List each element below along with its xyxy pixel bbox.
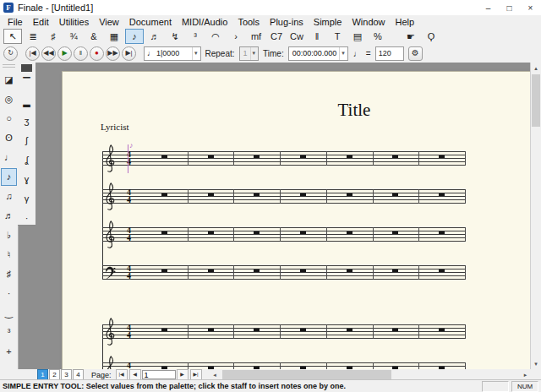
hscrollbar-thumb[interactable] — [222, 370, 391, 379]
playback-settings-button[interactable]: ↻ — [3, 46, 18, 61]
half-note[interactable]: ʘ — [1, 129, 17, 147]
rest-dot[interactable]: · — [19, 210, 35, 227]
hand-grabber-tool[interactable]: ☛ — [402, 29, 420, 44]
staff[interactable]: 44 — [102, 324, 466, 339]
menu-view[interactable]: View — [94, 17, 124, 27]
measure-tool[interactable]: ▦ — [105, 29, 123, 44]
lyrics-tool[interactable]: Cw — [287, 29, 306, 44]
resize-tool[interactable]: % — [369, 29, 387, 44]
barline — [233, 227, 234, 242]
menu-tools[interactable]: Tools — [232, 17, 265, 27]
staff[interactable]: 44 — [102, 265, 466, 280]
menu-window[interactable]: Window — [347, 17, 390, 27]
zoom-tool[interactable]: Ϙ — [422, 29, 440, 44]
palette-drag-handle[interactable] — [3, 64, 15, 69]
natural[interactable]: ♮ — [1, 246, 17, 264]
scroll-up-button[interactable]: ▴ — [531, 63, 541, 74]
text-tool[interactable]: T — [328, 29, 347, 44]
tempo-input[interactable] — [377, 49, 402, 57]
whole-rest — [208, 329, 214, 331]
time-signature-tool[interactable]: ¾ — [64, 29, 83, 44]
menu-midiaudio[interactable]: MIDI/Audio — [177, 17, 232, 27]
repeat-tool[interactable]: ‖ — [308, 29, 326, 44]
minimize-button[interactable]: – — [478, 0, 499, 15]
scroll-down-button[interactable]: ▾ — [531, 358, 541, 369]
tuplet-tool[interactable]: ³ — [186, 29, 205, 44]
vscrollbar-thumb[interactable] — [532, 74, 540, 127]
eighth-note[interactable]: ♪ — [1, 168, 17, 186]
score-viewport[interactable]: Title Lyricist 444444444444 ♪ — [36, 63, 531, 369]
speedy-entry-tool[interactable]: ♬ — [145, 29, 164, 44]
menu-plugins[interactable]: Plug-ins — [265, 17, 309, 27]
staff[interactable]: 44 — [102, 362, 466, 369]
page-input[interactable] — [142, 370, 176, 379]
repeat-value: 1 — [241, 49, 250, 57]
barline — [373, 362, 374, 369]
eighth-rest[interactable]: ʃ — [19, 132, 35, 150]
pitch-up[interactable]: + — [1, 343, 17, 361]
chord-tool[interactable]: C7 — [267, 29, 286, 44]
tuplet[interactable]: ³ — [1, 324, 17, 341]
maximize-button[interactable]: □ — [499, 0, 520, 15]
tempo-field[interactable] — [375, 46, 404, 61]
staff[interactable]: 44 — [102, 227, 466, 242]
whole-note[interactable]: ○ — [1, 110, 17, 128]
quarter-note[interactable]: ♩ — [1, 149, 17, 166]
menu-simple[interactable]: Simple — [309, 17, 347, 27]
go-to-start-button[interactable]: |◀ — [25, 46, 40, 61]
selection-tool[interactable]: ↖ — [3, 29, 22, 44]
whole-rest — [300, 329, 306, 331]
flat[interactable]: ♭ — [1, 226, 17, 244]
menu-help[interactable]: Help — [391, 17, 420, 27]
simple-entry-tool[interactable]: ♪ — [125, 29, 144, 44]
time-signature: 44 — [124, 265, 134, 280]
score-page[interactable]: Title Lyricist 444444444444 ♪ — [62, 71, 531, 369]
pause-button[interactable]: ‖ — [74, 46, 88, 61]
augmentation-dot[interactable]: · — [1, 285, 17, 302]
sharp[interactable]: ♯ — [1, 265, 17, 283]
counter-input[interactable] — [155, 49, 192, 57]
time-field[interactable]: 00:00:00.000 ▾ — [288, 46, 348, 61]
scroll-left-button[interactable]: ◂ — [210, 372, 221, 378]
menu-file[interactable]: File — [3, 17, 28, 27]
whole-rest — [347, 329, 352, 331]
playback-counter-field[interactable]: ♩ ▾ — [144, 46, 201, 61]
page-layout-tool[interactable]: ▤ — [348, 29, 367, 44]
eraser-tool[interactable]: ◪ — [1, 71, 17, 89]
smart-shape-tool[interactable]: ◠ — [206, 29, 225, 44]
sixteenth-note[interactable]: ♫ — [1, 188, 17, 205]
staff[interactable]: 44 — [102, 189, 466, 204]
vertical-scrollbar[interactable]: ▴ ▾ — [530, 63, 541, 369]
half-rest[interactable]: ▂ — [19, 93, 35, 111]
menu-document[interactable]: Document — [124, 17, 177, 27]
chevron-down-icon[interactable]: ▾ — [339, 47, 347, 60]
sixtyfourth-rest[interactable]: γ — [19, 190, 35, 208]
settings-gear-button[interactable]: ⚙ — [408, 46, 423, 61]
quarter-rest[interactable]: ʒ — [19, 112, 35, 130]
forward-button[interactable]: ▶▶ — [106, 46, 120, 61]
staff[interactable]: 44 — [102, 151, 466, 166]
scroll-right-button[interactable]: ▸ — [520, 372, 531, 378]
menu-edit[interactable]: Edit — [28, 17, 54, 27]
hyperscribe-tool[interactable]: ↯ — [166, 29, 184, 44]
spinner-icon[interactable]: ▾ — [192, 47, 199, 60]
palette-drag-handle[interactable] — [21, 64, 32, 72]
thirtysecond-rest[interactable]: ɣ — [19, 171, 35, 188]
clef-tool[interactable]: & — [85, 29, 103, 44]
whole-rest[interactable]: ▔ — [19, 74, 35, 91]
close-button[interactable]: × — [520, 0, 541, 15]
double-whole-note[interactable]: ◎ — [1, 90, 17, 108]
rewind-button[interactable]: ◀◀ — [41, 46, 56, 61]
staff-tool[interactable]: ≣ — [24, 29, 42, 44]
expression-tool[interactable]: mf — [247, 29, 265, 44]
tie[interactable]: ‿ — [1, 304, 17, 322]
key-signature-tool[interactable]: ♯ — [44, 29, 63, 44]
record-button[interactable]: ● — [90, 46, 104, 61]
repeat-select[interactable]: 1 ▾ — [239, 46, 260, 61]
menu-utilities[interactable]: Utilities — [54, 17, 94, 27]
play-button[interactable]: ▶ — [57, 46, 72, 61]
sixteenth-rest[interactable]: ʆ — [19, 151, 35, 169]
go-to-end-button[interactable]: ▶| — [122, 46, 136, 61]
articulation-tool[interactable]: › — [227, 29, 245, 44]
thirtysecond-note[interactable]: ♬ — [1, 207, 17, 225]
